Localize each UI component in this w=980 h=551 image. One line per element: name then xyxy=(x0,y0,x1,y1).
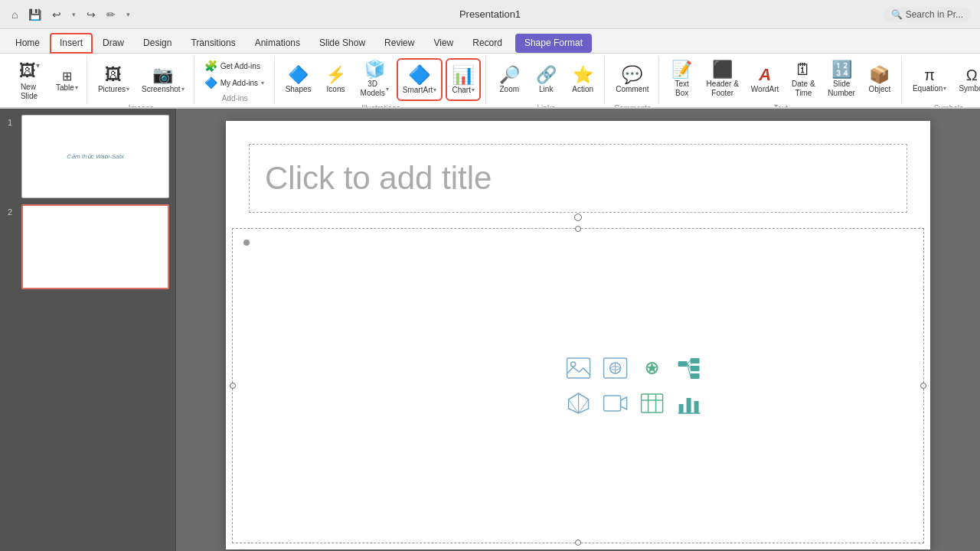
insert-smartart-icon[interactable] xyxy=(675,354,704,383)
symbols-group-label: Symbols xyxy=(934,103,963,109)
group-images: 🖼 Pictures ▾ 📷 Screenshot ▾ Images xyxy=(89,57,194,104)
handle-left-center[interactable] xyxy=(230,383,236,389)
chart-button[interactable]: 📊 Chart ▾ xyxy=(446,58,481,101)
svg-rect-18 xyxy=(642,394,663,412)
group-symbols: π Equation ▾ Ω Symbol Symbols xyxy=(903,57,980,104)
object-label: Object xyxy=(868,85,890,93)
insert-picture-icon[interactable] xyxy=(564,354,593,383)
content-placeholder[interactable] xyxy=(232,228,924,543)
insert-online-picture-icon[interactable] xyxy=(601,354,630,383)
quick-access-toolbar: ⌂ 💾 ↩ ▾ ↪ ✏ ▾ xyxy=(9,7,132,22)
table-button[interactable]: ⊞ Table ▾ xyxy=(52,69,82,93)
screenshot-button[interactable]: 📷 Screenshot ▾ xyxy=(137,58,189,101)
bullet-dot xyxy=(243,240,250,246)
my-addins-label: My Add-ins xyxy=(220,79,258,87)
customize-dropdown[interactable]: ▾ xyxy=(124,9,132,20)
save-button[interactable]: 💾 xyxy=(26,7,44,22)
table-btn-group: ⊞ Table ▾ xyxy=(52,69,82,93)
tab-insert[interactable]: Insert xyxy=(50,33,93,54)
smartart-wrapper: 🔷 SmartArt ▾ xyxy=(397,58,443,101)
undo-dropdown[interactable]: ▾ xyxy=(70,9,78,20)
slide-item-1[interactable]: 1 Cảm thức Wabi-Sabi xyxy=(21,115,169,198)
svg-rect-0 xyxy=(567,358,590,378)
insert-icons-icon[interactable] xyxy=(638,354,667,383)
search-box[interactable]: 🔍 Search in Pr... xyxy=(884,7,971,22)
svg-point-1 xyxy=(571,362,576,367)
insert-video-icon[interactable] xyxy=(601,389,630,418)
slide-number-button[interactable]: 🔢 SlideNumber xyxy=(823,58,860,101)
svg-rect-16 xyxy=(604,396,621,411)
header-footer-button[interactable]: ⬛ Header &Footer xyxy=(702,58,743,101)
datetime-button[interactable]: 🗓 Date &Time xyxy=(786,58,820,101)
undo-button[interactable]: ↩ xyxy=(50,7,64,22)
get-addins-button[interactable]: 🧩 Get Add-ins xyxy=(201,58,270,73)
object-button[interactable]: 📦 Object xyxy=(863,58,897,101)
rotate-handle[interactable] xyxy=(574,214,582,221)
tab-home[interactable]: Home xyxy=(6,34,49,53)
header-footer-label: Header &Footer xyxy=(707,80,739,98)
tab-animations[interactable]: Animations xyxy=(246,34,309,53)
smartart-label: SmartArt xyxy=(403,86,433,94)
slide-thumbnail-1[interactable]: Cảm thức Wabi-Sabi xyxy=(21,115,169,198)
symbols-group-top: π Equation ▾ Ω Symbol xyxy=(908,58,980,101)
insert-table-icon[interactable] xyxy=(638,389,667,418)
tab-draw[interactable]: Draw xyxy=(93,34,133,53)
pictures-button[interactable]: 🖼 Pictures ▾ xyxy=(93,58,134,101)
textbox-button[interactable]: 📝 TextBox xyxy=(665,58,699,101)
comments-group-top: 💬 Comment xyxy=(611,58,653,101)
tab-design[interactable]: Design xyxy=(134,34,181,53)
comments-group-label: Comments xyxy=(614,103,651,109)
link-button[interactable]: 🔗 Link xyxy=(529,58,563,101)
svg-rect-24 xyxy=(694,401,699,413)
new-slide-label: NewSlide xyxy=(21,83,38,101)
title-placeholder[interactable]: Click to add title xyxy=(249,144,907,213)
ribbon-toolbar: 🖼 ▾ NewSlide ⊞ Table ▾ Slides 🖼 xyxy=(0,54,980,109)
smartart-button[interactable]: 🔷 SmartArt ▾ xyxy=(397,58,443,101)
zoom-label: Zoom xyxy=(499,85,519,93)
images-group-label: Images xyxy=(129,103,154,109)
insert-3dmodel-icon[interactable] xyxy=(564,389,593,418)
insert-chart-icon[interactable] xyxy=(675,389,704,418)
wordart-button[interactable]: A WordArt xyxy=(746,58,784,101)
tab-shapeformat[interactable]: Shape Format xyxy=(515,34,592,53)
icons-label: Icons xyxy=(327,85,345,93)
illustrations-group-top: 🔷 Shapes ⚡ Icons 🧊 3DModels ▾ 🔷 Smar xyxy=(281,58,482,101)
redo-button[interactable]: ↪ xyxy=(84,7,98,22)
tab-transitions[interactable]: Transitions xyxy=(181,34,244,53)
home-icon[interactable]: ⌂ xyxy=(9,7,20,22)
screenshot-label: Screenshot xyxy=(142,85,181,93)
ribbon-tabs: Home Insert Draw Design Transitions Anim… xyxy=(0,29,980,54)
get-addins-label: Get Add-ins xyxy=(220,62,260,70)
svg-rect-6 xyxy=(678,361,688,367)
shapes-button[interactable]: 🔷 Shapes xyxy=(281,58,316,101)
tab-record[interactable]: Record xyxy=(463,34,511,53)
handle-right-center[interactable] xyxy=(920,383,926,389)
slide-canvas[interactable]: Click to add title xyxy=(226,121,930,549)
new-slide-button[interactable]: 🖼 ▾ NewSlide xyxy=(9,58,49,104)
customize-quick-access[interactable]: ✏ xyxy=(104,7,118,22)
equation-button[interactable]: π Equation ▾ xyxy=(908,58,951,101)
addins-btns: 🧩 Get Add-ins 🔷 My Add-ins ▾ xyxy=(201,58,270,90)
action-button[interactable]: ⭐ Action xyxy=(566,58,599,101)
content-icons xyxy=(564,354,705,418)
symbol-button[interactable]: Ω Symbol xyxy=(954,58,980,101)
slide-number-1: 1 xyxy=(8,118,12,127)
handle-top-center[interactable] xyxy=(575,226,581,232)
tab-review[interactable]: Review xyxy=(375,34,423,53)
3dmodels-button[interactable]: 🧊 3DModels ▾ xyxy=(356,58,394,101)
slide-thumbnail-2[interactable] xyxy=(21,204,169,289)
tab-slideshow[interactable]: Slide Show xyxy=(310,34,374,53)
slide-panel: 1 Cảm thức Wabi-Sabi 2 xyxy=(0,109,176,551)
slide-item-2[interactable]: 2 xyxy=(21,204,169,289)
icons-button[interactable]: ⚡ Icons xyxy=(319,58,353,101)
handle-bottom-center[interactable] xyxy=(575,540,581,546)
comment-button[interactable]: 💬 Comment xyxy=(611,58,653,101)
search-text: Search in Pr... xyxy=(906,9,963,20)
tab-view[interactable]: View xyxy=(424,34,462,53)
my-addins-button[interactable]: 🔷 My Add-ins ▾ xyxy=(201,75,270,90)
table-label: Table xyxy=(56,83,74,92)
zoom-button[interactable]: 🔎 Zoom xyxy=(492,58,526,101)
links-group-label: Links xyxy=(537,103,555,109)
datetime-label: Date &Time xyxy=(792,80,815,98)
symbol-label: Symbol xyxy=(959,84,980,93)
